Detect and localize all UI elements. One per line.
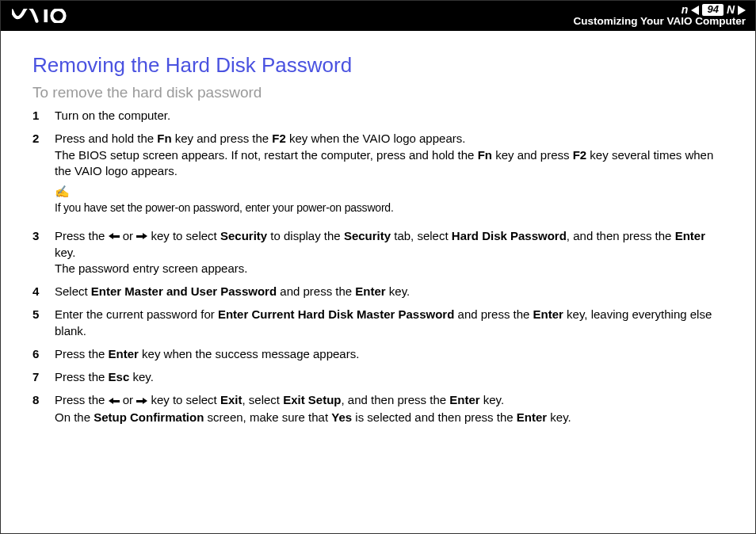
note-block: ✍ If you have set the power-on password,…	[55, 184, 724, 216]
section-name: Customizing Your VAIO Computer	[573, 16, 746, 28]
step-8: 8 Press the or key to select Exit, selec…	[32, 392, 724, 425]
header-right: n 94 N Customizing Your VAIO Computer	[573, 4, 746, 28]
note-text: If you have set the power-on password, e…	[55, 201, 394, 214]
next-page-arrow-icon[interactable]	[738, 6, 746, 15]
svg-point-1	[52, 10, 64, 22]
page-navigation: n 94 N	[573, 4, 746, 16]
page-title: Removing the Hard Disk Password	[32, 53, 724, 78]
page-content: Removing the Hard Disk Password To remov…	[1, 31, 755, 448]
step-number: 7	[32, 369, 55, 385]
step-text: Turn on the computer.	[55, 108, 724, 124]
prev-page-arrow-icon[interactable]	[691, 6, 699, 15]
step-4: 4 Select Enter Master and User Password …	[32, 284, 724, 299]
step-text: Enter the current password for Enter Cur…	[55, 307, 724, 339]
step-text: Press the or key to select Security to d…	[55, 228, 724, 277]
page-subtitle: To remove the hard disk password	[32, 84, 724, 101]
vaio-logo	[12, 1, 90, 31]
step-number: 3	[32, 228, 55, 277]
svg-rect-0	[44, 10, 48, 22]
step-1: 1 Turn on the computer.	[32, 108, 724, 124]
left-arrow-icon	[109, 392, 120, 408]
page-number: 94	[702, 4, 723, 15]
step-number: 6	[32, 346, 55, 362]
header-bar: n 94 N Customizing Your VAIO Computer	[1, 1, 755, 31]
step-text: Press the Esc key.	[55, 369, 724, 385]
step-number: 2	[32, 131, 55, 220]
step-text: Press the or key to select Exit, select …	[55, 392, 724, 425]
step-number: 4	[32, 284, 55, 299]
right-arrow-icon	[136, 227, 147, 243]
left-arrow-icon	[109, 227, 120, 243]
step-number: 1	[32, 108, 55, 124]
note-icon: ✍	[55, 184, 724, 200]
step-number: 5	[32, 307, 55, 339]
step-6: 6 Press the Enter key when the success m…	[32, 346, 724, 362]
step-2: 2 Press and hold the Fn key and press th…	[32, 131, 724, 220]
n-indicator-right: N	[727, 4, 735, 16]
step-text: Select Enter Master and User Password an…	[55, 284, 724, 299]
steps-list: 1 Turn on the computer. 2 Press and hold…	[32, 108, 724, 425]
n-indicator-left: n	[682, 4, 689, 16]
step-7: 7 Press the Esc key.	[32, 369, 724, 385]
step-number: 8	[32, 392, 55, 425]
right-arrow-icon	[136, 392, 147, 408]
step-5: 5 Enter the current password for Enter C…	[32, 307, 724, 339]
step-text: Press and hold the Fn key and press the …	[55, 131, 724, 220]
step-text: Press the Enter key when the success mes…	[55, 346, 724, 362]
step-3: 3 Press the or key to select Security to…	[32, 228, 724, 277]
